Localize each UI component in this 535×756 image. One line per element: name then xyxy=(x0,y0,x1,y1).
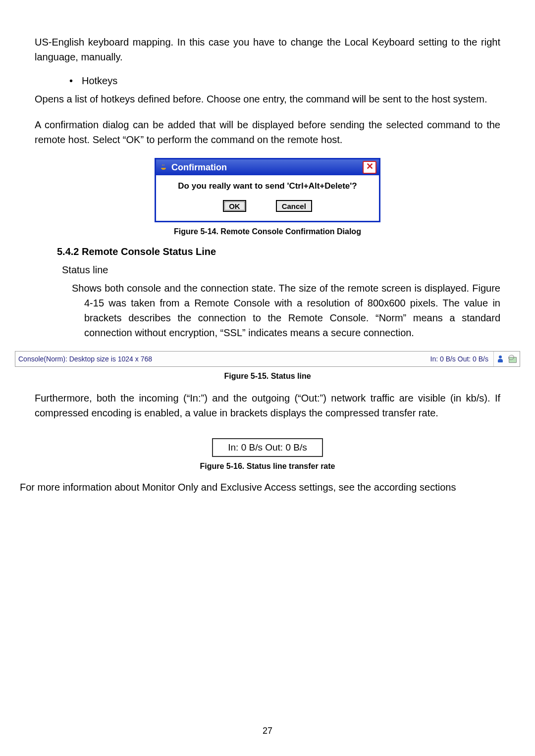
bottom-paragraph: For more information about Monitor Only … xyxy=(20,482,500,493)
status-right-text: In: 0 B/s Out: 0 B/s xyxy=(430,355,494,363)
status-para-2: Furthermore, both the incoming (“In:”) a… xyxy=(35,391,500,420)
figure-5-15-caption: Figure 5-15. Status line xyxy=(35,372,500,381)
dialog-body: Do you really want to send 'Ctrl+Alt+Del… xyxy=(156,175,379,221)
cancel-button[interactable]: Cancel xyxy=(276,200,312,212)
monitor-icon xyxy=(508,355,517,363)
status-bar-figure: Console(Norm): Desktop size is 1024 x 76… xyxy=(15,351,520,367)
page-number: 27 xyxy=(0,726,535,736)
confirmation-dialog: Confirmation ✕ Do you really want to sen… xyxy=(155,158,380,222)
status-para-1: Shows both console and the connection st… xyxy=(84,281,500,340)
status-line-heading: Status line xyxy=(62,264,500,276)
status-icons xyxy=(493,352,520,366)
hotkeys-para-2: A confirmation dialog can be added that … xyxy=(35,117,500,147)
user-icon xyxy=(497,355,505,363)
ok-button[interactable]: OK xyxy=(223,200,246,212)
close-icon[interactable]: ✕ xyxy=(363,161,376,174)
java-icon xyxy=(159,162,168,172)
hotkeys-para-1: Opens a list of hotkeys defined before. … xyxy=(35,92,500,106)
dialog-titlebar: Confirmation ✕ xyxy=(156,159,379,175)
bullet-dot: • xyxy=(69,75,82,87)
figure-5-14-caption: Figure 5-14. Remote Console Confirmation… xyxy=(35,227,500,236)
dialog-title: Confirmation xyxy=(171,162,363,173)
figure-5-16-caption: Figure 5-16. Status line transfer rate xyxy=(35,462,500,471)
dialog-message: Do you really want to send 'Ctrl+Alt+Del… xyxy=(161,181,374,191)
hotkeys-bullet: • Hotkeys xyxy=(69,75,500,87)
status-left-text: Console(Norm): Desktop size is 1024 x 76… xyxy=(15,355,430,363)
intro-paragraph: US-English keyboard mapping. In this cas… xyxy=(35,35,500,64)
hotkeys-label: Hotkeys xyxy=(82,75,117,87)
transfer-rate-figure: In: 0 B/s Out: 0 B/s xyxy=(212,438,323,457)
section-5-4-2-heading: 5.4.2 Remote Console Status Line xyxy=(57,246,500,257)
